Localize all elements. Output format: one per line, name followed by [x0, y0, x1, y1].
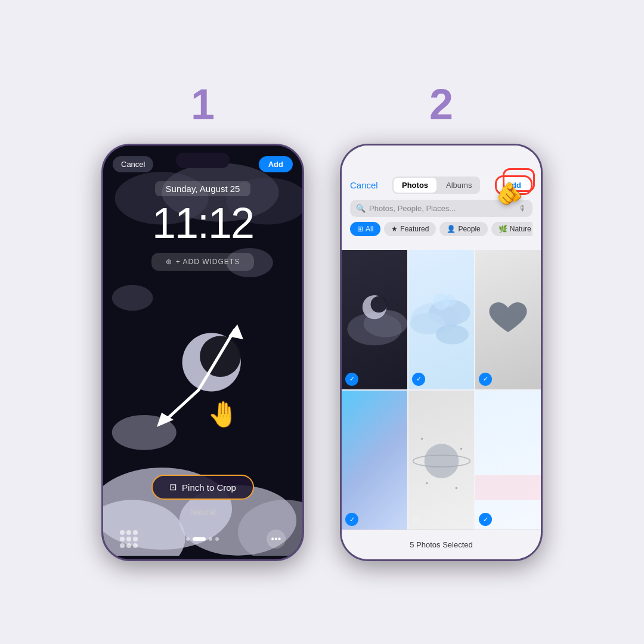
check-badge-4: ✓	[345, 513, 358, 526]
photo-cell-6[interactable]: ✓	[475, 391, 541, 530]
step-2: 2 Cancel Photos Albums Add	[340, 83, 543, 561]
page-dot	[215, 537, 219, 541]
photo-cell-2[interactable]: ✓	[408, 250, 474, 389]
step-number-1: 1	[191, 83, 215, 126]
svg-line-12	[199, 330, 234, 390]
svg-point-24	[436, 324, 469, 344]
svg-point-26	[443, 294, 456, 307]
photo-cell-1[interactable]: ✓	[342, 250, 407, 389]
chip-all-label: All	[366, 225, 373, 233]
phone-1: Cancel Add Sunday, August 25 11:12 ⊕ + A…	[101, 144, 304, 561]
cancel-button-1[interactable]: Cancel	[113, 156, 153, 172]
heart-img	[487, 299, 529, 340]
crop-icon: ⊡	[169, 482, 177, 493]
step-number-2: 2	[429, 83, 453, 126]
cancel-button-2[interactable]: Cancel	[350, 180, 378, 190]
check-badge-2: ✓	[412, 373, 425, 386]
leaf-icon: 🌿	[499, 225, 507, 233]
lightblue-img	[475, 391, 541, 530]
page-dot	[186, 537, 190, 541]
svg-point-30	[460, 448, 462, 450]
photo-grid: ✓	[342, 250, 541, 530]
natural-label: Natural	[190, 507, 215, 516]
step-1: 1	[101, 83, 304, 561]
photo-cell-4[interactable]: ✓	[342, 391, 407, 530]
pinch-arrows: 🤚	[151, 312, 252, 432]
photos-tab[interactable]: Photos	[394, 178, 436, 193]
add-icon: ⊕	[166, 258, 172, 266]
chip-people-label: People	[458, 225, 480, 233]
date-label: Sunday, August 25	[155, 181, 251, 196]
widgets-label: + ADD WIDGETS	[176, 258, 240, 266]
photo-cell-3[interactable]: ✓	[475, 250, 541, 389]
svg-rect-33	[475, 475, 541, 499]
search-placeholder: Photos, People, Places...	[369, 204, 456, 213]
lockscreen: Cancel Add Sunday, August 25 11:12 ⊕ + A…	[103, 145, 302, 559]
grid-icon[interactable]	[120, 530, 138, 548]
page-dots	[186, 537, 219, 541]
svg-point-11	[112, 285, 153, 311]
phone-2: Cancel Photos Albums Add 🔍 Photos, Peopl…	[340, 144, 543, 561]
lockscreen-bottom-bar: •••	[103, 530, 302, 549]
grid-chip-icon: ⊞	[357, 225, 363, 233]
filter-chips: ⊞ All ★ Featured 👤 People 🌿	[350, 222, 532, 236]
dark-cloud-img	[342, 250, 407, 389]
photo-cell-5[interactable]: ♡	[408, 391, 474, 530]
chip-featured[interactable]: ★ Featured	[384, 222, 436, 236]
pinch-crop-label: Pinch to Crop	[182, 482, 236, 493]
tab-group: Photos Albums	[392, 177, 480, 194]
chip-all[interactable]: ⊞ All	[350, 222, 380, 236]
check-badge-1: ✓	[345, 373, 358, 386]
svg-point-32	[455, 487, 457, 489]
star-icon: ★	[391, 225, 398, 233]
light-cloud-img	[408, 250, 474, 389]
page-dot-active	[193, 537, 206, 541]
person-icon: 👤	[447, 225, 456, 233]
time-display: 11:12	[152, 200, 253, 247]
search-icon: 🔍	[356, 204, 366, 213]
check-badge-3: ✓	[479, 373, 492, 386]
widgets-bar[interactable]: ⊕ + ADD WIDGETS	[151, 253, 254, 271]
chip-nature-label: Nature	[510, 225, 531, 233]
svg-text:🤚: 🤚	[208, 400, 239, 429]
planet-img	[412, 397, 471, 522]
main-container: 1	[78, 59, 566, 585]
check-badge-6: ✓	[479, 513, 492, 526]
chip-featured-label: Featured	[400, 225, 429, 233]
status-bar-bottom: 5 Photos Selected	[342, 530, 541, 559]
lockscreen-content: Sunday, August 25 11:12 ⊕ + ADD WIDGETS	[103, 181, 302, 271]
chip-people[interactable]: 👤 People	[439, 222, 487, 236]
chip-nature[interactable]: 🌿 Nature	[491, 222, 532, 236]
svg-point-20	[371, 296, 388, 313]
more-button[interactable]: •••	[267, 530, 286, 549]
selected-count-label: 5 Photos Selected	[410, 540, 473, 549]
svg-point-29	[420, 438, 422, 440]
svg-point-31	[426, 482, 428, 484]
albums-tab[interactable]: Albums	[438, 177, 480, 194]
page-dot	[209, 537, 212, 541]
add-button-1[interactable]: Add	[259, 156, 293, 172]
hand-cursor: 🫵	[496, 181, 523, 206]
pinch-crop-button[interactable]: ⊡ Pinch to Crop	[151, 475, 254, 500]
heart-badge-5: ♡	[412, 516, 420, 526]
svg-point-27	[424, 444, 459, 478]
lockscreen-top-bar: Cancel Add	[103, 156, 302, 172]
photos-screen: Cancel Photos Albums Add 🔍 Photos, Peopl…	[342, 145, 541, 559]
